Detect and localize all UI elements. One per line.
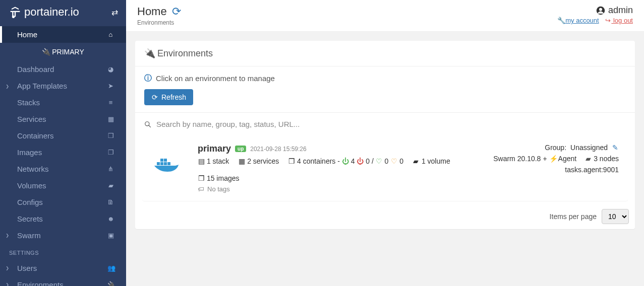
environment-card[interactable]: primary up 2021-09-28 15:59:26 ▤ 1 stack… xyxy=(142,135,628,201)
brand-logo[interactable]: portainer.io xyxy=(8,5,79,19)
search-icon xyxy=(144,121,151,128)
users-icon: 👥 xyxy=(107,264,114,272)
env-name: primary xyxy=(198,144,231,154)
svg-point-0 xyxy=(12,16,15,18)
nav-env-header: 🔌 PRIMARY xyxy=(0,43,126,61)
svg-point-3 xyxy=(145,121,149,125)
items-per-page-select[interactable]: 10 xyxy=(602,209,629,224)
env-agent: Agent xyxy=(558,155,577,163)
page-refresh-icon[interactable]: ⟳ xyxy=(172,5,181,18)
nav-dashboard[interactable]: Dashboard◕ xyxy=(0,61,126,78)
refresh-button[interactable]: ⟳ Refresh xyxy=(144,89,193,105)
nav-users[interactable]: Users👥 xyxy=(0,260,126,276)
nav-env-label: PRIMARY xyxy=(52,48,84,56)
env-nodes: 3 nodes xyxy=(594,155,619,163)
env-agent-row: Swarm 20.10.8 + ⚡ Agent ▰ 3 nodes xyxy=(493,155,619,163)
my-account-link[interactable]: 🔧 my account xyxy=(557,17,599,24)
svg-rect-5 xyxy=(160,162,163,165)
panel-title: Environments xyxy=(157,48,213,59)
env-containers-label: 4 containers - xyxy=(297,157,340,165)
search-row xyxy=(135,112,635,135)
sidebar: portainer.io ⇄ Home ⌂ 🔌 PRIMARY Dashboar… xyxy=(0,0,126,286)
nav-swarm[interactable]: Swarm▣ xyxy=(0,227,126,244)
docker-logo xyxy=(151,144,188,193)
nav-list: Home ⌂ 🔌 PRIMARY Dashboard◕ App Template… xyxy=(0,26,126,286)
nav-volumes[interactable]: Volumes▰ xyxy=(0,177,126,194)
edit-icon[interactable]: ✎ xyxy=(612,144,619,152)
nav-item-label: Services xyxy=(17,115,46,123)
nav-app-templates[interactable]: App Templates➤ xyxy=(0,78,126,94)
pager-label: Items per page xyxy=(550,212,597,221)
list-alt-icon: ▦ xyxy=(107,115,114,123)
nav-home[interactable]: Home ⌂ xyxy=(0,26,126,43)
env-stopped-count: 0 xyxy=(366,157,370,165)
separator: / xyxy=(372,157,374,165)
page-title-row: Home ⟳ xyxy=(137,5,181,18)
nav-item-label: Networks xyxy=(17,165,49,173)
env-services: ▦ 2 services xyxy=(238,157,279,165)
svg-rect-6 xyxy=(164,162,167,165)
env-images: ❐ 15 images xyxy=(198,174,239,182)
search-input[interactable] xyxy=(156,120,626,128)
nav-stacks[interactable]: Stacks≡ xyxy=(0,94,126,111)
env-meta: ▤ 1 stack ▦ 2 services ❒ 4 containers - … xyxy=(198,157,483,182)
nav-item-label: Home xyxy=(17,30,37,39)
rocket-icon: ➤ xyxy=(107,82,114,90)
env-services-text: 2 services xyxy=(247,157,279,165)
object-group-icon: ▣ xyxy=(107,232,114,239)
logout-link-label: log out xyxy=(613,17,633,24)
nav-item-label: Stacks xyxy=(17,98,40,107)
svg-point-2 xyxy=(599,8,602,11)
env-running-count: 4 xyxy=(351,157,355,165)
sign-out-icon: ↪ xyxy=(605,17,611,24)
main: Home ⟳ Environments admin 🔧 my account ↪… xyxy=(126,0,644,286)
nav-images[interactable]: Images❐ xyxy=(0,144,126,161)
home-icon: ⌂ xyxy=(107,31,114,38)
env-images-text: 15 images xyxy=(207,174,240,182)
env-stacks-text: 1 stack xyxy=(207,157,229,165)
pager: Items per page 10 xyxy=(135,209,635,229)
content: 🔌 Environments ⓘ Click on an environment… xyxy=(126,32,644,247)
user-name: admin xyxy=(608,5,633,16)
nav-item-label: Dashboard xyxy=(17,65,54,74)
logout-link[interactable]: ↪ log out xyxy=(605,17,633,24)
env-status-badge: up xyxy=(235,146,246,152)
nav-configs[interactable]: Configs🗎 xyxy=(0,194,126,210)
nav-secrets[interactable]: Secrets☻ xyxy=(0,210,126,227)
page-title: Home xyxy=(137,5,167,18)
bolt-icon: ⚡ xyxy=(549,155,556,163)
env-group-row: Group: Unassigned ✎ xyxy=(493,144,619,152)
env-unhealthy-count: 0 xyxy=(399,157,403,165)
portainer-logo-icon xyxy=(8,5,22,19)
topbar: Home ⟳ Environments admin 🔧 my account ↪… xyxy=(126,0,644,32)
nav-item-label: App Templates xyxy=(17,82,67,90)
wrench-icon: 🔧 xyxy=(557,17,564,24)
nav-networks[interactable]: Networks⋔ xyxy=(0,161,126,177)
env-swarm: Swarm 20.10.8 xyxy=(493,155,541,163)
topbar-right: admin 🔧 my account ↪ log out xyxy=(557,5,633,24)
heartbeat-unhealthy-icon: ♡ xyxy=(390,157,397,165)
nav-section-label: SETTINGS xyxy=(9,250,39,256)
nav-item-label: Containers xyxy=(17,131,54,140)
svg-rect-8 xyxy=(160,159,163,162)
hdd-icon: ▰ xyxy=(107,182,114,189)
nav-item-label: Secrets xyxy=(17,214,43,223)
environment-body: primary up 2021-09-28 15:59:26 ▤ 1 stack… xyxy=(198,144,483,193)
environment-right: Group: Unassigned ✎ Swarm 20.10.8 + ⚡ Ag… xyxy=(493,144,619,193)
nav-item-label: Swarm xyxy=(17,231,41,240)
nav-containers[interactable]: Containers❒ xyxy=(0,127,126,144)
svg-rect-10 xyxy=(157,162,160,165)
heartbeat-healthy-icon: ♡ xyxy=(376,157,383,165)
env-group-label: Group: xyxy=(545,144,566,152)
nav-item-label: Configs xyxy=(17,198,43,206)
sidebar-toggle-icon[interactable]: ⇄ xyxy=(111,8,118,17)
plus-sep: + xyxy=(543,155,547,163)
clone-icon: ❐ xyxy=(198,174,205,182)
nav-services[interactable]: Services▦ xyxy=(0,111,126,127)
nav-section-settings: SETTINGS xyxy=(0,244,126,260)
nav-environments[interactable]: Environments🔌 xyxy=(0,276,126,286)
env-containers: ❒ 4 containers - ⏻ 4 ⏻ 0 / ♡ 0 ♡ 0 xyxy=(288,157,403,165)
account-link-label: my account xyxy=(565,17,599,24)
sitemap-icon: ⋔ xyxy=(107,165,114,173)
user-circle-icon xyxy=(596,6,605,15)
